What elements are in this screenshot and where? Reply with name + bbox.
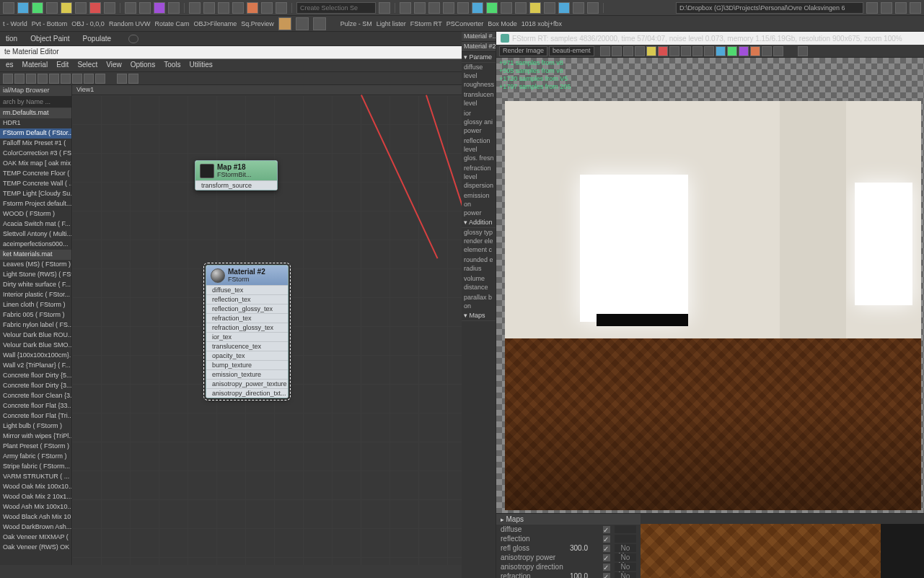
node-canvas[interactable]: Map #18 FStormBit... transform_source Ma… (72, 95, 462, 565)
material-list-item[interactable]: Slettvoll Antony ( Multi... (0, 229, 71, 240)
render-btn-icon[interactable] (750, 46, 760, 56)
param-row[interactable]: level (462, 99, 496, 108)
render-btn-icon[interactable] (692, 46, 703, 56)
material-list-item[interactable]: Velour Dark Blue ROU... (0, 330, 71, 341)
material-list-item[interactable]: Mirror with wipes {TriPl... (0, 432, 71, 442)
toolbar-icon[interactable] (75, 2, 87, 14)
tool-btn[interactable]: 1018 xobj+fbx (522, 20, 562, 27)
param-row[interactable]: glossy ani (462, 118, 496, 126)
material-list-item[interactable]: Velour Dark Blue SMO... (0, 341, 71, 351)
tb-icon[interactable] (49, 74, 59, 84)
menu-item[interactable]: Material (22, 61, 48, 70)
material-list-item[interactable]: VARM STRUKTUR ( ... (0, 472, 71, 482)
rotate-icon[interactable] (203, 2, 215, 14)
material-list-item[interactable]: TEMP Concrete Wall ( ... (0, 179, 71, 189)
toolbar-icon[interactable] (247, 2, 258, 14)
tool-btn[interactable]: Pulze - SM (340, 20, 372, 27)
toolbar-icon[interactable] (168, 2, 180, 14)
material-list-item[interactable]: Wood Oak Mix 2 10x1... (0, 492, 71, 502)
node-socket[interactable]: anisotropy_power_texture (206, 379, 288, 388)
render-btn-icon[interactable] (727, 46, 737, 56)
node-socket[interactable]: translucence_tex (206, 341, 288, 351)
tool-icon[interactable] (313, 17, 326, 30)
render-btn-icon[interactable] (773, 46, 783, 56)
material-list-item[interactable]: Oak Veneer MIXMAP ( (0, 533, 71, 543)
material-list-item[interactable]: Wood Black Ash Mix 10... (0, 512, 71, 522)
browser-search[interactable]: arch by Name ... (0, 97, 71, 108)
material-list-item[interactable]: Wood Ash Mix 100x10... (0, 502, 71, 512)
render-btn-icon[interactable] (623, 46, 633, 56)
menu-item[interactable]: es (6, 61, 14, 70)
param-row[interactable]: parallax b (462, 293, 496, 302)
node-socket[interactable]: refraction_tex (206, 313, 288, 323)
tab[interactable]: Populate (83, 35, 111, 43)
tool-btn[interactable]: Box Mode (488, 20, 517, 27)
tb-icon[interactable] (95, 74, 105, 84)
param-section-header[interactable]: ▾ Addition (462, 217, 496, 228)
param-row[interactable]: glos. fresn (462, 154, 496, 162)
material-list-item[interactable]: Concrete floor Flat {33... (0, 401, 71, 411)
tool-btn[interactable]: OBJ>Filename (193, 20, 237, 27)
node-material[interactable]: Material #2 FStorm diffuse_texreflection… (206, 265, 289, 398)
toolbar-icon[interactable] (587, 2, 599, 14)
material-list-item[interactable]: rm.Defaults.mat (0, 108, 71, 118)
map-slot-row[interactable]: anisotropy power✓No Map (496, 553, 641, 562)
map-slot-row[interactable]: refl gloss300.0✓No Map (496, 543, 641, 553)
render-btn-icon[interactable] (646, 46, 656, 56)
toolbar-icon[interactable] (414, 2, 426, 14)
tool-icon[interactable] (296, 17, 309, 30)
render-btn-icon[interactable] (635, 46, 645, 56)
tb-icon[interactable] (14, 74, 25, 84)
render-btn-icon[interactable] (762, 46, 772, 56)
material-list-item[interactable]: ket Materials.mat (0, 250, 71, 260)
tab[interactable]: tion (6, 35, 17, 43)
toolbar-icon[interactable] (573, 2, 584, 14)
render-btn-icon[interactable] (669, 46, 679, 56)
tb-icon[interactable] (38, 74, 48, 84)
param-row[interactable]: element c (462, 245, 496, 254)
param-row[interactable]: roughness (462, 80, 496, 89)
material-list-item[interactable]: Concrete floor Dirty {3... (0, 381, 71, 391)
render-btn-icon[interactable] (739, 46, 749, 56)
render-btn-icon[interactable] (716, 46, 726, 56)
tb-icon[interactable] (3, 74, 13, 84)
node-socket[interactable]: anisotropy_direction_txt... (206, 388, 288, 398)
render-btn-icon[interactable] (704, 46, 714, 56)
param-row[interactable]: reflection (462, 136, 496, 145)
toolbar-icon[interactable] (17, 2, 29, 14)
toolbar-icon[interactable] (486, 2, 498, 14)
param-row[interactable]: on (462, 302, 496, 310)
param-row[interactable]: level (462, 71, 496, 80)
toolbar-icon[interactable] (910, 2, 921, 14)
menu-item[interactable]: Tools (164, 61, 180, 70)
tb-icon[interactable] (128, 74, 138, 84)
material-list-item[interactable]: aceimperfections000... (0, 240, 71, 250)
material-list-item[interactable]: OAK Mix map [ oak mix... (0, 159, 71, 169)
material-list-item[interactable]: Fstorm Project default... (0, 199, 71, 209)
scale-icon[interactable] (218, 2, 229, 14)
toolbar-icon[interactable] (3, 2, 14, 14)
material-list-item[interactable]: HDR1 (0, 118, 71, 128)
material-list-item[interactable]: Light Stone (RWS) ( FSt... (0, 270, 71, 280)
tool-icon[interactable] (278, 17, 291, 30)
tool-btn[interactable]: FStorm RT (410, 20, 442, 27)
tool-btn[interactable]: t - World (3, 20, 27, 27)
param-row[interactable]: volume (462, 274, 496, 283)
toolbar-icon[interactable] (276, 2, 287, 14)
material-list-item[interactable]: Interior plastic ( FStor... (0, 290, 71, 300)
node-map[interactable]: Map #18 FStormBit... transform_source (195, 160, 278, 191)
refresh-icon[interactable] (798, 46, 808, 56)
param-row[interactable]: glossy typ (462, 228, 496, 237)
material-list-item[interactable]: Plant Preset ( FStorm ) (0, 442, 71, 452)
material-list-item[interactable]: Wall {100x100x100cm}... (0, 351, 71, 361)
toolbar-icon[interactable] (125, 2, 136, 14)
material-list-item[interactable]: Acacia Switch mat ( F... (0, 219, 71, 229)
toolbar-icon[interactable] (443, 2, 454, 14)
param-row[interactable]: translucen (462, 90, 496, 99)
toolbar-icon[interactable] (501, 2, 512, 14)
tb-icon[interactable] (61, 74, 71, 84)
move-icon[interactable] (189, 2, 201, 14)
render-btn-icon[interactable] (658, 46, 668, 56)
param-row[interactable]: on (462, 200, 496, 209)
node-socket[interactable]: reflection_glossy_tex (206, 304, 288, 313)
